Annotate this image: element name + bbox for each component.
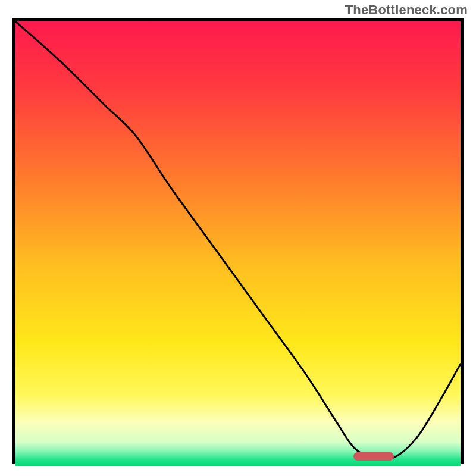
optimal-range-marker	[353, 452, 393, 461]
watermark-text: TheBottleneck.com	[345, 2, 468, 18]
bottleneck-curve	[15, 21, 461, 461]
chart-container: TheBottleneck.com	[0, 0, 476, 476]
plot-frame	[12, 18, 464, 464]
